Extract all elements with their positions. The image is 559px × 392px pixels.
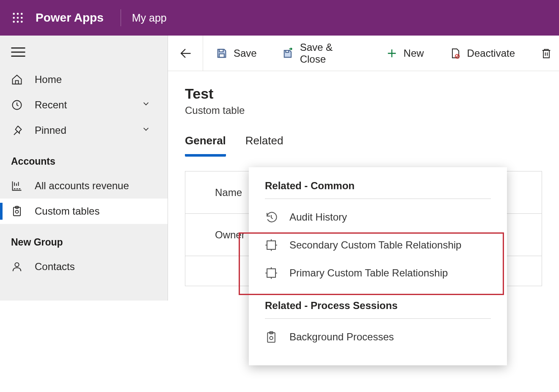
- top-bar: Power Apps My app: [0, 0, 559, 36]
- svg-point-15: [16, 210, 19, 213]
- button-label: New: [404, 47, 424, 59]
- flyout-section-header: Related - Common: [265, 180, 491, 199]
- puzzle-icon: [265, 267, 278, 279]
- nav-pinned[interactable]: Pinned: [0, 118, 168, 143]
- nav-contacts[interactable]: Contacts: [0, 254, 168, 279]
- pin-icon: [11, 124, 23, 136]
- nav-home[interactable]: Home: [0, 67, 168, 92]
- chevron-down-icon: [141, 99, 151, 108]
- sidebar-collapse-button[interactable]: [0, 41, 168, 67]
- delete-button[interactable]: [528, 36, 559, 71]
- svg-point-1: [17, 13, 19, 15]
- save-button[interactable]: Save: [203, 36, 270, 71]
- svg-rect-22: [267, 269, 275, 277]
- history-icon: [265, 211, 278, 224]
- nav-label: Recent: [35, 99, 67, 111]
- brand-name[interactable]: Power Apps: [36, 11, 121, 25]
- tab-list: General Related: [185, 134, 542, 157]
- hamburger-icon: [11, 47, 25, 57]
- svg-rect-18: [219, 54, 224, 57]
- plus-icon: [386, 47, 398, 59]
- flyout-secondary-relationship[interactable]: Secondary Custom Table Relationship: [265, 231, 491, 259]
- puzzle-icon: [265, 239, 278, 251]
- new-button[interactable]: New: [373, 36, 437, 71]
- flyout-primary-relationship[interactable]: Primary Custom Table Relationship: [265, 259, 491, 287]
- save-icon: [216, 47, 228, 59]
- command-bar: Save Save & Close New Deactivate: [168, 36, 559, 71]
- nav-label: All accounts revenue: [35, 180, 129, 192]
- nav-label: Custom tables: [35, 205, 99, 217]
- svg-rect-17: [219, 49, 223, 52]
- nav-label: Pinned: [35, 124, 66, 136]
- tab-general[interactable]: General: [185, 134, 226, 157]
- nav-group-header: Accounts: [0, 143, 168, 173]
- nav-label: Home: [35, 74, 62, 86]
- home-icon: [11, 74, 23, 86]
- button-label: Save: [234, 47, 257, 59]
- waffle-icon: [12, 12, 24, 24]
- chevron-down-icon: [141, 124, 151, 134]
- tab-related[interactable]: Related: [245, 134, 284, 157]
- svg-point-7: [17, 21, 19, 23]
- left-sidebar: Home Recent Pinned Accounts All accounts…: [0, 36, 168, 301]
- svg-point-6: [13, 21, 15, 23]
- field-label: Name: [215, 187, 242, 199]
- header-divider: [121, 9, 121, 26]
- button-label: Save & Close: [300, 41, 361, 65]
- svg-point-8: [21, 21, 23, 23]
- deactivate-icon: [449, 47, 461, 59]
- nav-label: Contacts: [35, 261, 75, 273]
- svg-point-0: [13, 13, 15, 15]
- svg-rect-19: [286, 50, 289, 52]
- flyout-audit-history[interactable]: Audit History: [265, 203, 491, 231]
- svg-point-5: [21, 17, 23, 19]
- field-label: Owner: [215, 229, 245, 241]
- chart-icon: [11, 180, 23, 192]
- trash-icon: [540, 47, 552, 59]
- app-name[interactable]: My app: [132, 12, 167, 24]
- flyout-item-label: Secondary Custom Table Relationship: [289, 239, 461, 251]
- flyout-item-label: Primary Custom Table Relationship: [289, 267, 448, 279]
- clock-icon: [11, 99, 23, 111]
- record-subtitle: Custom table: [185, 105, 542, 116]
- app-launcher-button[interactable]: [0, 0, 36, 36]
- svg-point-4: [17, 17, 19, 19]
- main-area: Save Save & Close New Deactivate Test Cu…: [168, 36, 559, 301]
- button-label: Deactivate: [467, 47, 515, 59]
- record-title: Test: [185, 86, 542, 102]
- back-arrow-icon: [179, 47, 192, 60]
- nav-all-accounts-revenue[interactable]: All accounts revenue: [0, 173, 168, 199]
- back-button[interactable]: [168, 36, 203, 71]
- svg-rect-21: [267, 241, 275, 249]
- svg-point-2: [21, 13, 23, 15]
- save-close-icon: [282, 47, 294, 59]
- nav-group-header: New Group: [0, 224, 168, 254]
- nav-custom-tables[interactable]: Custom tables: [0, 199, 168, 224]
- clipboard-icon: [11, 205, 23, 217]
- related-flyout: Related - Common Audit History Secondary…: [249, 167, 507, 301]
- flyout-section-header: Related - Process Sessions: [265, 300, 491, 301]
- save-and-close-button[interactable]: Save & Close: [270, 36, 373, 71]
- svg-point-3: [13, 17, 15, 19]
- svg-point-16: [15, 263, 19, 267]
- nav-recent[interactable]: Recent: [0, 92, 168, 118]
- deactivate-button[interactable]: Deactivate: [437, 36, 528, 71]
- person-icon: [11, 261, 23, 273]
- flyout-item-label: Audit History: [289, 211, 347, 223]
